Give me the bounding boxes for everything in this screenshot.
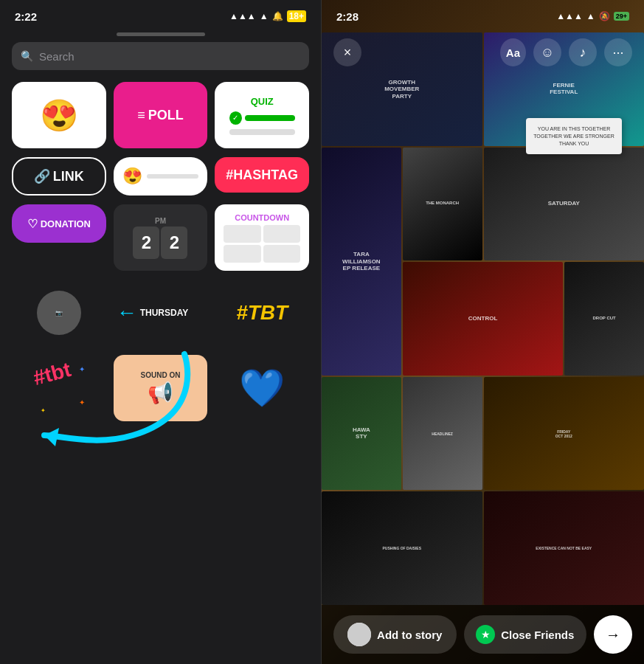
hashtag2-sticker[interactable]: #tbt ✦ ✦ ✦	[12, 355, 106, 421]
sticker-row-2: 🔗 LINK 😍 #HASHTAG	[0, 157, 321, 196]
emoji-sticker[interactable]: 😍	[12, 82, 106, 148]
poster-1-text: GROWTHMOVEMBERPARTY	[384, 78, 419, 100]
left-time: 2:22	[15, 10, 37, 23]
notch	[0, 32, 321, 36]
poster-4: THE MONARCH	[403, 148, 482, 261]
right-bell-icon: 🔕	[599, 11, 610, 21]
poster-10: FRIDAYOCT 2012	[484, 377, 645, 491]
poster-11-text: PUSHING OF DAISIES	[382, 546, 421, 550]
more-button[interactable]: ···	[604, 38, 632, 66]
poster-9-text: Headlinez	[432, 432, 453, 436]
music-button[interactable]: ♪	[569, 38, 597, 66]
right-time: 2:28	[336, 10, 359, 23]
search-bar[interactable]: 🔍 Search	[12, 42, 309, 70]
poster-6: CONTROL	[403, 262, 564, 376]
add-to-story-label: Add to story	[377, 629, 442, 641]
search-icon: 🔍	[21, 50, 33, 62]
close-friends-icon: ★	[476, 625, 495, 644]
text-icon: Aa	[506, 46, 520, 59]
tbt-label: #TBT	[236, 301, 288, 325]
quiz-check: ✓	[229, 111, 242, 125]
left-status-bar: 2:22 ▲▲▲ ▲ 🔔 18+	[0, 0, 321, 32]
arrow-left-icon: ←	[117, 301, 137, 325]
poster-9: Headlinez	[403, 377, 482, 491]
timer-digit-1: 2	[133, 226, 159, 259]
emoji-slider-sticker[interactable]: 😍	[114, 157, 208, 196]
bell-icon: 🔔	[272, 11, 283, 21]
slider-emoji: 😍	[122, 167, 142, 186]
right-phone: GROWTHMOVEMBERPARTY FERNIEFESTIVAL TARAW…	[322, 0, 644, 664]
close-icon: ×	[344, 45, 352, 60]
hashtag-label: #HASHTAG	[226, 167, 298, 183]
close-friends-star: ★	[481, 629, 491, 640]
text-button[interactable]: Aa	[500, 38, 526, 66]
tbt-sticker[interactable]: #TBT	[215, 280, 309, 346]
poster-5-text: SATURDAY	[548, 201, 580, 208]
countdown-bar-1	[224, 225, 260, 243]
right-status-icons: ▲▲▲ ▲ 🔕 29+	[556, 11, 629, 21]
soundon-sticker[interactable]: SOUND ON 📢	[114, 355, 208, 421]
poster-8-text: HAWASTY	[353, 426, 370, 440]
donation-label: ♡ DONATION	[27, 217, 91, 231]
wifi-icon: ▲	[260, 11, 269, 21]
timer-digits: 2 2	[133, 226, 187, 259]
countdown-sticker[interactable]: COUNTDOWN	[215, 204, 309, 271]
poster-8: HAWASTY	[322, 377, 401, 491]
countdown-bars	[221, 225, 303, 263]
close-friends-label: Close Friends	[501, 629, 574, 641]
poster-wall: GROWTHMOVEMBERPARTY FERNIEFESTIVAL TARAW…	[322, 0, 644, 664]
heart-emoji: 💙	[239, 367, 285, 409]
quiz-label: QUIZ	[251, 96, 274, 107]
donation-sticker[interactable]: ♡ DONATION	[12, 204, 106, 243]
story-toolbar: × Aa ☺ ♪ ···	[322, 32, 644, 72]
poster-3-text: TARAWILLIAMSONEP RELEASE	[342, 251, 381, 272]
more-icon: ···	[612, 45, 623, 60]
music-icon: ♪	[580, 45, 586, 60]
timer-inner: PM 2 2	[130, 214, 190, 262]
close-button[interactable]: ×	[333, 38, 361, 66]
emoji-face-icon: 😍	[40, 97, 78, 134]
quiz-sticker[interactable]: QUIZ ✓	[215, 82, 309, 148]
close-friends-button[interactable]: ★ Close Friends	[464, 615, 587, 654]
poster-10-text: FRIDAYOCT 2012	[555, 429, 572, 438]
throwback-label: THURSDAY	[140, 308, 189, 318]
add-to-story-button[interactable]: Add to story	[333, 615, 457, 654]
sticky-note-text: YOU ARE IN THIS TOGETHER TOGETHER WE ARE…	[533, 125, 614, 147]
sticker-icon: ☺	[541, 45, 554, 60]
slider-track	[147, 174, 199, 179]
right-status-bar: 2:28 ▲▲▲ ▲ 🔕 29+	[322, 0, 644, 32]
poster-6-text: CONTROL	[468, 315, 498, 322]
link-sticker[interactable]: 🔗 LINK	[12, 157, 106, 196]
heart-icon: ♡	[27, 217, 38, 231]
sticker-button[interactable]: ☺	[533, 38, 561, 66]
share-button[interactable]: →	[594, 615, 632, 654]
poll-sticker[interactable]: ≡ POLL	[114, 82, 208, 148]
soundon-icon: 📢	[148, 381, 173, 405]
avatar-img: 📷	[55, 310, 63, 317]
timer-am-pm: PM	[155, 217, 166, 225]
battery-indicator: 18+	[287, 10, 306, 22]
timer-sticker[interactable]: PM 2 2	[114, 204, 208, 271]
poster-12: EXISTENCE CAN NOT BE EASY	[484, 491, 645, 605]
link-label: 🔗 LINK	[34, 168, 84, 184]
timer-digit-2: 2	[161, 226, 187, 259]
add-story-avatar	[347, 623, 371, 646]
throwback-sticker[interactable]: ← THURSDAY	[114, 280, 208, 346]
sticker-row-5: #tbt ✦ ✦ ✦ SOUND ON 📢 💙	[0, 355, 321, 421]
slider-inner: 😍	[114, 167, 208, 186]
sticker-row-3: ♡ DONATION PM 2 2 COUNTDOWN	[0, 204, 321, 271]
notch-pill	[117, 32, 205, 36]
link-icon: 🔗	[34, 168, 50, 184]
signal-icon: ▲▲▲	[229, 11, 256, 21]
toolbar-right: Aa ☺ ♪ ···	[500, 38, 632, 66]
heart-sticker[interactable]: 💙	[215, 355, 309, 421]
poster-7: DROP CUT	[564, 262, 644, 376]
hashtag-sticker-img: #tbt ✦ ✦ ✦	[33, 362, 85, 414]
search-placeholder: Search	[39, 50, 75, 63]
poster-5: SATURDAY	[484, 148, 645, 261]
avatar-sticker[interactable]: 📷	[12, 280, 106, 346]
hashtag-sticker[interactable]: #HASHTAG	[215, 157, 309, 193]
share-arrow-icon: →	[606, 626, 620, 643]
countdown-bar-2	[263, 225, 300, 243]
sticker-row-4: 📷 ← THURSDAY #TBT	[0, 280, 321, 346]
